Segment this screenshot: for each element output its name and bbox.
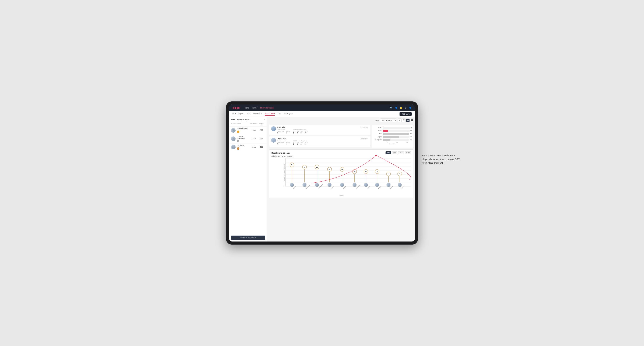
player-row[interactable]: RB Richard Butler 1 19/20 110 [229, 127, 267, 134]
avatar: EC [231, 137, 236, 141]
bar-row-dbogeys: D. Bogeys + 131 [374, 139, 412, 141]
bar-fill [383, 136, 399, 138]
card-player-name: Rees Britt [278, 126, 285, 128]
player-avg: 103 [258, 146, 265, 148]
y-axis: Best Streak, Fairway Accuracy 7 6 5 4 3 … [272, 159, 286, 186]
user-icon[interactable]: 👤 [395, 107, 398, 109]
subnav-hcaps[interactable]: Hcaps 1-5 [254, 113, 262, 116]
streak-bubble: 6x [315, 165, 319, 169]
streak-line [342, 172, 342, 182]
grid-view-button[interactable]: ⊞ [398, 119, 402, 122]
card-date: 02 Sep 2023 [360, 127, 368, 128]
bar-value: 131 [410, 139, 412, 141]
filter-arg[interactable]: ARG [398, 151, 404, 154]
filter-app[interactable]: APP [392, 151, 398, 154]
player-avatar [375, 183, 379, 187]
streak-line [354, 174, 355, 182]
nav-teams[interactable]: Teams [252, 107, 258, 109]
bell-icon[interactable]: 🔔 [400, 107, 402, 109]
card-player-name: Josh Coles [278, 138, 286, 140]
axis-label: 400 [406, 142, 408, 143]
bar-label: D. Bogeys + [374, 139, 382, 141]
table-header: PLAYER NAME PB SCORE PB AVG SQ [229, 122, 267, 127]
streak-bubble: 3x [386, 172, 391, 176]
player-avatar [302, 183, 306, 187]
subnav-team-clippd[interactable]: Team Clippd [264, 113, 275, 116]
bar-row-bogeys: Bogeys 311 [374, 136, 412, 138]
search-icon[interactable]: 🔍 [390, 107, 393, 109]
table-view-button[interactable]: ⬛ [410, 119, 414, 122]
bar-chart-panel: Eagles 3 Birdies [372, 125, 414, 148]
avatar: RB [231, 128, 236, 133]
player-avg: 107 [258, 138, 265, 140]
streak-bubble: 5x [327, 167, 332, 172]
streak-bubble: 4x [375, 169, 380, 174]
section-header: Best Round Streaks OTT APP ARG PUTT [272, 151, 411, 154]
bar-fill [383, 139, 390, 141]
player-score: 18/20 [249, 138, 258, 140]
bar-value: 3 [411, 127, 412, 129]
annotation-text: Here you can see streaks your players ha… [422, 154, 460, 165]
streak-bubble: 3x [398, 172, 402, 176]
practice-stat: Practice 4 [286, 131, 290, 134]
avatar [271, 126, 276, 131]
add-team-button[interactable]: Add Team [400, 112, 412, 116]
player-avg: 110 [258, 129, 265, 131]
section-title: Best Round Streaks [272, 152, 290, 154]
filter-ott[interactable]: OTT [386, 151, 391, 154]
bar-label: Birdies [374, 130, 382, 132]
axis-labels: 0 200 400 [374, 142, 412, 143]
filter-putt[interactable]: PUTT [404, 151, 411, 154]
player-card[interactable]: Rees Britt 02 Sep 2023 Total Rounds [269, 125, 370, 135]
player-cards: Rees Britt 02 Sep 2023 Total Rounds [269, 125, 370, 148]
view-leaderboard-button[interactable]: View Full Leaderboard [231, 236, 265, 240]
subnav-all-players[interactable]: All Players [284, 113, 292, 116]
edit-icon[interactable]: ✏ [264, 119, 265, 120]
list-view-button[interactable]: ☰ [402, 119, 406, 122]
avatar: CA [231, 145, 236, 149]
bar-track [383, 136, 409, 138]
player-row[interactable]: EC Edward Crossman 2 18/20 107 [229, 134, 267, 144]
nav-home[interactable]: Home [244, 107, 249, 109]
player-avatar [352, 183, 357, 187]
player-info: Richard Butler 1 [237, 128, 249, 133]
bar-value: 499 [410, 133, 412, 135]
card-info: Josh Coles 26 Aug 2023 Total Rounds [278, 138, 368, 145]
period-select[interactable]: Last 3 months [380, 119, 397, 122]
axis-title: Total Shots [374, 143, 412, 145]
bar-track [383, 130, 410, 132]
rank-badge: 2 [237, 140, 240, 142]
axis-label: 0 [387, 142, 388, 143]
sub-nav-links: PGAT Players PGA Hcaps 1-5 Team Clippd T… [232, 113, 400, 116]
player-name: Richard Butler [237, 128, 249, 130]
bar-row-pars: Pars 499 [374, 133, 412, 135]
left-panel: Team Clippd | 14 Players ✏ PLAYER NAME P… [229, 117, 268, 241]
bar-label: Bogeys [374, 136, 382, 138]
bar-value: 96 [410, 130, 412, 132]
player-card[interactable]: Josh Coles 26 Aug 2023 Total Rounds [269, 136, 370, 147]
top-row: Rees Britt 02 Sep 2023 Total Rounds [269, 125, 414, 148]
player-row[interactable]: CA Cameron... 3 17/20 103 [229, 144, 267, 151]
practice-activities-group: Total Practice Activities OTT 0 [293, 140, 308, 145]
streak-line [329, 172, 330, 182]
avatar-icon[interactable]: 👤 [409, 107, 412, 109]
streak-line [304, 169, 305, 182]
total-rounds-label: Total Rounds [278, 129, 290, 130]
settings-icon[interactable]: ⚙ [404, 107, 407, 109]
bar-label: Eagles [374, 127, 382, 129]
annotation: Here you can see streaks your players ha… [422, 154, 460, 165]
player-score: 19/20 [249, 129, 258, 131]
subnav-tour[interactable]: Tour [278, 113, 281, 116]
player-name-label: D. Ford [367, 186, 370, 189]
player-name-label: R. Britt [343, 186, 346, 189]
subnav-pga[interactable]: PGA [247, 113, 250, 116]
detail-view-button[interactable]: ▦ [406, 119, 410, 122]
right-area: Show Last 3 months ⊞ ☰ ▦ ⬛ [268, 117, 415, 241]
subnav-pgat[interactable]: PGAT Players [232, 113, 244, 116]
top-navigation: clippd Home Teams My Performance 🔍 👤 🔔 ⚙… [229, 105, 415, 111]
player-avatar [290, 183, 294, 187]
player-avatar [315, 183, 319, 187]
nav-my-performance[interactable]: My Performance [260, 107, 274, 109]
streak-chart: Best Streak, Fairway Accuracy 7 6 5 4 3 … [272, 159, 411, 186]
top-controls: Show Last 3 months ⊞ ☰ ▦ ⬛ [269, 119, 414, 123]
